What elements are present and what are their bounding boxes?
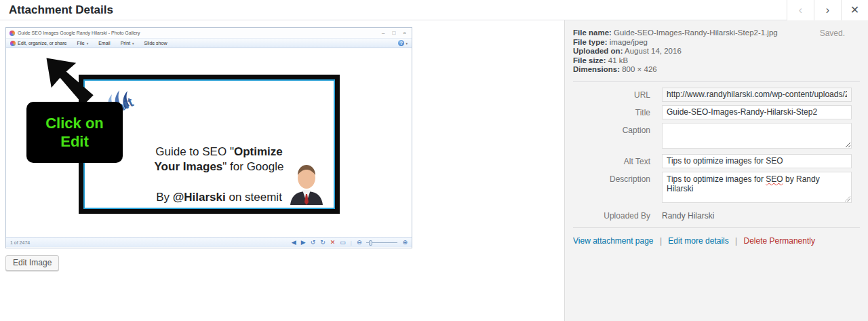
maximize-icon: □ bbox=[392, 30, 395, 36]
url-row: URL bbox=[573, 88, 860, 102]
header-nav-buttons: ‹ › ✕ bbox=[787, 0, 868, 20]
description-label: Description bbox=[573, 172, 662, 203]
attachment-preview-image: Guide SEO Images Google Randy Hilarski -… bbox=[5, 27, 412, 248]
window-close-icon: × bbox=[403, 30, 406, 36]
help-icon: ? ▾ bbox=[398, 40, 408, 46]
close-icon[interactable]: ✕ bbox=[841, 0, 868, 20]
rotate-left-icon: ↺ bbox=[311, 239, 316, 246]
dimensions-line: Dimensions: 800 × 426 bbox=[573, 65, 860, 75]
caption-textarea[interactable] bbox=[662, 123, 852, 149]
author-headshot-photo bbox=[288, 163, 326, 205]
photo-position-counter: 1 of 2474 bbox=[10, 240, 30, 245]
rotate-right-icon: ↻ bbox=[320, 239, 326, 246]
view-attachment-page-link[interactable]: View attachment page bbox=[573, 236, 654, 246]
next-attachment-button[interactable]: › bbox=[814, 0, 841, 20]
attachment-details-pane: Saved. File name: Guide-SEO-Images-Randy… bbox=[564, 20, 868, 321]
saved-status-badge: Saved. bbox=[820, 29, 845, 38]
minimize-icon: – bbox=[382, 30, 384, 36]
toolbar-divider: | bbox=[351, 240, 352, 246]
divider bbox=[573, 227, 860, 228]
gallery-canvas: steemit Guide to SEO "Optimize Your Imag… bbox=[6, 48, 412, 237]
menu-print: Print ▾ bbox=[121, 41, 134, 45]
annotation-callout: Click on Edit bbox=[26, 102, 123, 163]
uploaded-by-row: Uploaded By Randy Hilarski bbox=[573, 208, 860, 221]
next-photo-icon: ▶ bbox=[301, 239, 306, 246]
menu-file: File ▾ bbox=[77, 41, 88, 45]
url-input[interactable] bbox=[662, 88, 852, 102]
chevron-down-icon: ▾ bbox=[87, 41, 89, 45]
title-input[interactable] bbox=[662, 105, 852, 119]
chevron-down-icon: ▾ bbox=[406, 41, 408, 45]
zoom-slider bbox=[366, 240, 397, 246]
zoom-out-icon: ⊖ bbox=[357, 239, 362, 246]
description-row: Description Tips to optimize images for … bbox=[573, 172, 860, 203]
description-textarea[interactable]: Tips to optimize images for SEO by Randy… bbox=[662, 172, 852, 203]
action-separator: | bbox=[735, 236, 737, 246]
gallery-toolbar: ◀ ▶ ↺ ↻ ✕ ▭ | ⊖ ⊕ bbox=[292, 239, 408, 246]
modal-content: Guide SEO Images Google Randy Hilarski -… bbox=[0, 20, 868, 321]
photo-gallery-icon bbox=[9, 31, 15, 36]
annotation-line1: Click on bbox=[45, 114, 104, 132]
edit-more-details-link[interactable]: Edit more details bbox=[668, 236, 728, 246]
zoom-in-icon: ⊕ bbox=[402, 239, 408, 246]
menu-slideshow: Slide show bbox=[144, 41, 167, 45]
attachment-info: File name: Guide-SEO-Images-Randy-Hilars… bbox=[573, 29, 860, 75]
caption-row: Caption bbox=[573, 123, 860, 151]
gallery-window-title: Guide SEO Images Google Randy Hilarski -… bbox=[18, 31, 140, 35]
uploaded-by-label: Uploaded By bbox=[573, 208, 662, 221]
uploaded-on-line: Uploaded on: August 14, 2016 bbox=[573, 47, 860, 56]
previous-photo-icon: ◀ bbox=[292, 239, 296, 246]
delete-photo-icon: ✕ bbox=[330, 239, 336, 246]
seo-headline: Guide to SEO "Optimize Your Images" for … bbox=[138, 145, 300, 174]
title-row: Title bbox=[573, 105, 860, 119]
action-separator: | bbox=[660, 236, 662, 246]
delete-permanently-link[interactable]: Delete Permanently bbox=[744, 236, 815, 246]
uploaded-by-value: Randy Hilarski bbox=[662, 208, 852, 221]
gallery-statusbar: 1 of 2474 ◀ ▶ ↺ ↻ ✕ ▭ | ⊖ ⊕ bbox=[6, 237, 412, 247]
attachment-details-header: Attachment Details ‹ › ✕ bbox=[0, 0, 868, 20]
previous-attachment-button[interactable]: ‹ bbox=[787, 0, 814, 20]
photo-gallery-icon bbox=[10, 41, 16, 46]
alt-text-label: Alt Text bbox=[573, 154, 662, 168]
misspelled-word: SEO bbox=[766, 174, 783, 184]
file-name-line: File name: Guide-SEO-Images-Randy-Hilars… bbox=[573, 29, 860, 38]
slideshow-icon: ▭ bbox=[340, 239, 346, 246]
caption-label: Caption bbox=[573, 123, 662, 151]
attachment-actions: View attachment page | Edit more details… bbox=[573, 236, 860, 246]
edit-image-button[interactable]: Edit Image bbox=[5, 255, 59, 271]
annotation-line2: Edit bbox=[60, 132, 89, 151]
menu-edit-organize-share: Edit, organize, or share bbox=[10, 41, 66, 46]
url-label: URL bbox=[573, 88, 662, 102]
title-label: Title bbox=[573, 105, 662, 119]
alt-text-input[interactable] bbox=[662, 154, 852, 168]
file-size-line: File size: 41 kB bbox=[573, 56, 860, 66]
gallery-menubar: Edit, organize, or share File ▾ Email Pr… bbox=[6, 38, 412, 48]
divider bbox=[573, 81, 860, 82]
attachment-preview-pane: Guide SEO Images Google Randy Hilarski -… bbox=[0, 20, 564, 321]
file-type-line: File type: image/jpeg bbox=[573, 38, 860, 48]
alt-text-row: Alt Text bbox=[573, 154, 860, 168]
gallery-window-controls: – □ × bbox=[382, 30, 408, 36]
gallery-titlebar: Guide SEO Images Google Randy Hilarski -… bbox=[6, 28, 412, 38]
page-title: Attachment Details bbox=[0, 3, 787, 17]
seo-byline: By @Hilarski on steemit bbox=[138, 191, 300, 204]
menu-email: Email bbox=[98, 41, 111, 45]
chevron-down-icon: ▾ bbox=[132, 41, 134, 45]
